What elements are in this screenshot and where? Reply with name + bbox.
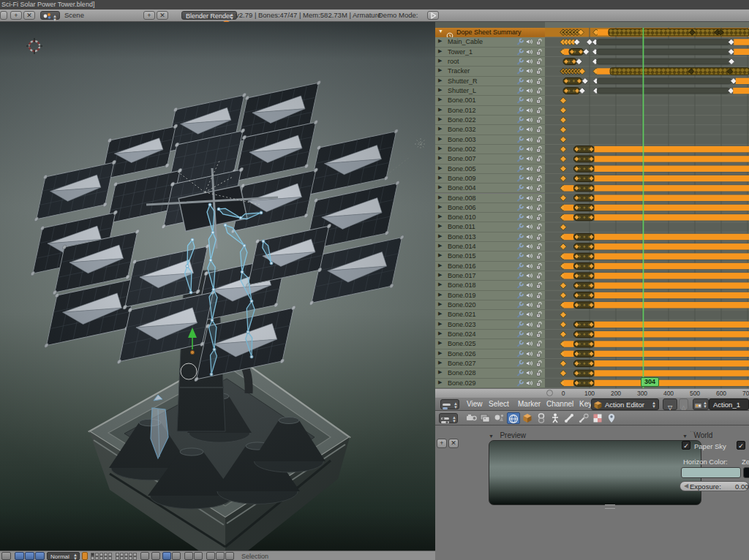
speaker-icon[interactable] bbox=[526, 350, 533, 357]
unlock-icon[interactable] bbox=[535, 272, 543, 279]
tab-object[interactable] bbox=[521, 412, 534, 424]
action-down-button[interactable]: ▽ bbox=[663, 398, 677, 410]
speaker-icon[interactable] bbox=[526, 233, 533, 241]
wrench-icon[interactable] bbox=[516, 77, 524, 85]
manipulator-translate-button[interactable] bbox=[15, 552, 24, 560]
channel-row[interactable]: ▶Bone.014 bbox=[435, 242, 545, 251]
snap-magnet-button[interactable] bbox=[162, 552, 171, 560]
layer-toggle[interactable] bbox=[91, 556, 94, 560]
play-demo-button[interactable] bbox=[427, 11, 439, 20]
speaker-icon[interactable] bbox=[526, 243, 533, 250]
unlock-icon[interactable] bbox=[535, 204, 543, 211]
channel-row[interactable]: ▶Bone.018 bbox=[435, 281, 545, 290]
chevron-right-icon[interactable]: ▶ bbox=[438, 184, 442, 190]
tab-object-data[interactable] bbox=[549, 412, 562, 424]
dopesheet-editor-type-button[interactable]: ▲▼ bbox=[440, 399, 459, 409]
speaker-icon[interactable] bbox=[526, 77, 533, 85]
preview-panel-header[interactable]: ▼ Preview bbox=[489, 428, 526, 441]
unlock-icon[interactable] bbox=[535, 330, 543, 338]
channel-row[interactable]: ▶Bone.006 bbox=[435, 203, 545, 213]
speaker-icon[interactable] bbox=[526, 301, 533, 309]
chevron-right-icon[interactable]: ▶ bbox=[438, 292, 442, 298]
delete-screen-button[interactable]: ✕ bbox=[23, 11, 35, 20]
channel-row[interactable]: ▶Bone.010 bbox=[435, 213, 545, 222]
wrench-icon[interactable] bbox=[516, 292, 524, 299]
wrench-icon[interactable] bbox=[516, 204, 524, 211]
wrench-icon[interactable] bbox=[516, 281, 524, 289]
add-screen-button[interactable]: + bbox=[10, 11, 22, 20]
orientation-dropdown[interactable]: Normal ▲▼ bbox=[47, 552, 80, 560]
unlock-icon[interactable] bbox=[535, 233, 543, 241]
chevron-right-icon[interactable]: ▶ bbox=[438, 272, 442, 278]
channel-row[interactable]: ▶Bone.002 bbox=[435, 145, 545, 154]
speaker-icon[interactable] bbox=[526, 145, 533, 153]
layer-toggle[interactable] bbox=[99, 556, 103, 560]
speaker-icon[interactable] bbox=[526, 281, 533, 289]
chevron-right-icon[interactable]: ▶ bbox=[438, 301, 442, 307]
slider-left-arrow[interactable]: ◀ bbox=[684, 483, 688, 489]
chevron-right-icon[interactable]: ▶ bbox=[438, 145, 442, 151]
unlock-icon[interactable] bbox=[535, 321, 543, 328]
channel-toggles[interactable] bbox=[514, 379, 543, 388]
chevron-right-icon[interactable]: ▶ bbox=[438, 165, 442, 171]
layer-toggle[interactable] bbox=[120, 556, 124, 560]
channel-row[interactable]: ▶Bone.016 bbox=[435, 262, 545, 271]
unlock-icon[interactable] bbox=[535, 136, 543, 143]
wrench-icon[interactable] bbox=[516, 136, 524, 143]
speaker-icon[interactable] bbox=[526, 97, 533, 104]
wrench-icon[interactable] bbox=[516, 379, 524, 387]
speaker-icon[interactable] bbox=[526, 38, 533, 45]
unlock-icon[interactable] bbox=[535, 379, 543, 387]
chevron-right-icon[interactable]: ▶ bbox=[438, 252, 442, 258]
unlock-icon[interactable] bbox=[535, 360, 543, 367]
menu-key[interactable]: Key bbox=[579, 400, 592, 408]
delete-scene-button[interactable]: ✕ bbox=[157, 11, 168, 20]
chevron-down-icon[interactable]: ▼ bbox=[438, 29, 443, 34]
wrench-icon[interactable] bbox=[516, 350, 524, 357]
channel-row[interactable]: ▶Bone.019 bbox=[435, 291, 545, 300]
menu-select[interactable]: Select bbox=[489, 400, 509, 408]
channel-row[interactable]: ▶Bone.022 bbox=[435, 116, 545, 125]
channel-row[interactable]: ▶Bone.004 bbox=[435, 183, 545, 193]
chevron-right-icon[interactable]: ▶ bbox=[438, 233, 442, 239]
speaker-icon[interactable] bbox=[526, 262, 533, 270]
editor-type-button[interactable] bbox=[0, 11, 7, 20]
channel-row[interactable]: ▶Bone.020 bbox=[435, 300, 545, 310]
editor-mode-dropdown[interactable]: Action Editor ▲▼ bbox=[591, 398, 659, 410]
tab-world[interactable] bbox=[507, 412, 520, 424]
channel-row[interactable]: ▶Bone.015 bbox=[435, 251, 545, 261]
unlock-icon[interactable] bbox=[535, 48, 543, 56]
manipulator-scale-button[interactable] bbox=[35, 552, 45, 560]
dopesheet-keyframe-area[interactable] bbox=[545, 22, 749, 388]
chevron-right-icon[interactable]: ▶ bbox=[438, 107, 442, 113]
chevron-right-icon[interactable]: ▶ bbox=[438, 126, 442, 132]
keying-set-button-1[interactable] bbox=[206, 552, 215, 560]
unlock-icon[interactable] bbox=[535, 97, 543, 104]
channel-row[interactable]: ▶Bone.024 bbox=[435, 330, 545, 339]
properties-editor-type-button[interactable]: ▲▼ bbox=[439, 413, 458, 423]
wrench-icon[interactable] bbox=[516, 360, 524, 367]
wrench-icon[interactable] bbox=[516, 175, 524, 182]
wrench-icon[interactable] bbox=[516, 340, 524, 347]
wrench-icon[interactable] bbox=[516, 38, 524, 45]
unlock-icon[interactable] bbox=[535, 252, 543, 260]
scrubber-cap[interactable] bbox=[546, 390, 553, 396]
unlock-icon[interactable] bbox=[535, 175, 543, 182]
unlock-icon[interactable] bbox=[535, 77, 543, 85]
channel-row[interactable]: ▶Shutter_L bbox=[435, 86, 545, 96]
menu-view[interactable]: View bbox=[467, 400, 483, 408]
panel-resize-handle[interactable] bbox=[605, 504, 615, 509]
speaker-icon[interactable] bbox=[526, 116, 533, 124]
unlock-icon[interactable] bbox=[535, 126, 543, 133]
speaker-icon[interactable] bbox=[526, 369, 533, 377]
unlock-icon[interactable] bbox=[535, 58, 543, 65]
tab-bone-constraints[interactable] bbox=[577, 412, 590, 424]
menu-channel[interactable]: Channel bbox=[546, 400, 573, 408]
unlock-icon[interactable] bbox=[535, 87, 543, 94]
dopesheet-channel-list[interactable]: ▼Dope Sheet Summary▶Main_Cable▶Tower_1▶r… bbox=[435, 28, 545, 388]
tab-texture[interactable] bbox=[591, 412, 604, 424]
speaker-icon[interactable] bbox=[526, 58, 533, 65]
wrench-icon[interactable] bbox=[516, 301, 524, 309]
render-engine-dropdown[interactable]: Blender Render ▲▼ bbox=[181, 11, 237, 20]
channel-row[interactable]: ▶Bone.007 bbox=[435, 154, 545, 164]
